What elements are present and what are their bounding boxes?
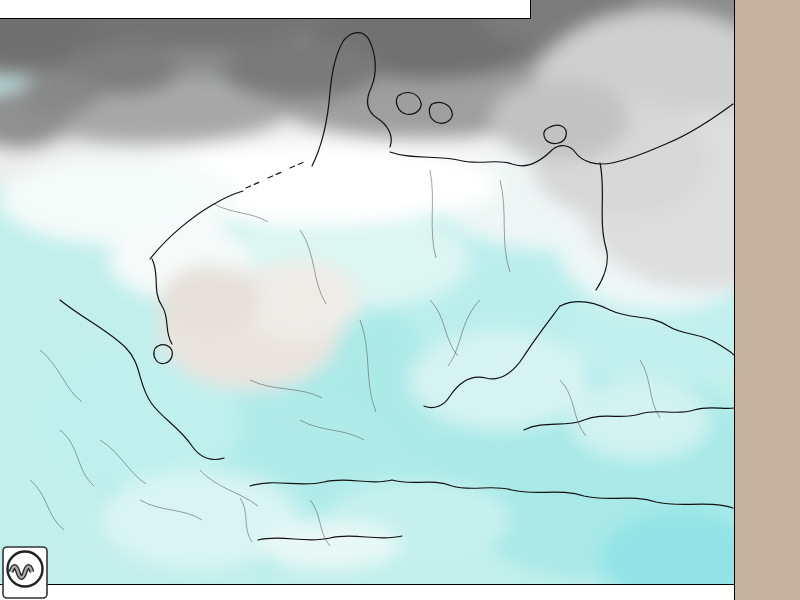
legend-panel bbox=[734, 0, 800, 600]
attribution-bar bbox=[0, 584, 734, 600]
title-bar bbox=[0, 0, 531, 19]
metmaps-logo bbox=[2, 546, 48, 599]
weather-map bbox=[0, 0, 734, 600]
metmaps-weather-app bbox=[0, 0, 800, 600]
cloud-cover-colorbar bbox=[735, 0, 800, 600]
